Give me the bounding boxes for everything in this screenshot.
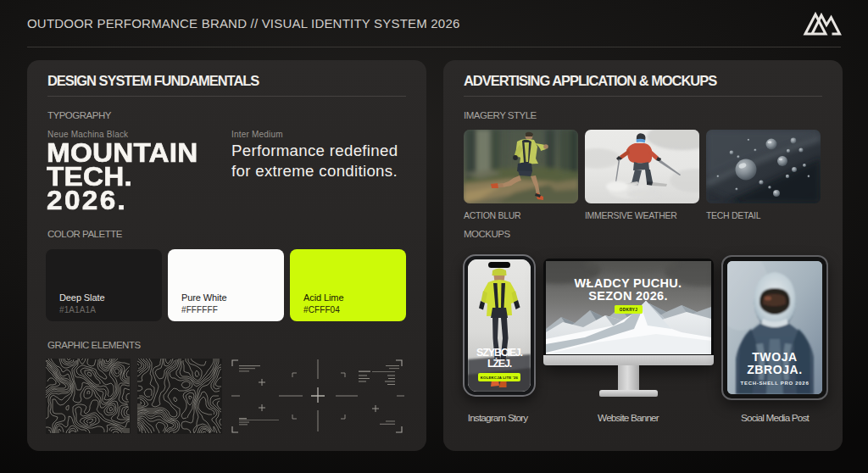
svg-text:SZYBCIEJ.: SZYBCIEJ. bbox=[476, 347, 523, 359]
svg-text:WŁADCY PUCHU.: WŁADCY PUCHU. bbox=[575, 276, 682, 290]
svg-text:TECH-SHELL PRO 2026: TECH-SHELL PRO 2026 bbox=[741, 381, 810, 386]
svg-text:ODKRYJ: ODKRYJ bbox=[620, 308, 637, 312]
svg-text:TWOJA: TWOJA bbox=[752, 350, 798, 364]
svg-text:SEZON 2026.: SEZON 2026. bbox=[588, 289, 668, 303]
svg-text:LŻEJ.: LŻEJ. bbox=[487, 357, 512, 370]
svg-text:KOLEKCJA LITE '26: KOLEKCJA LITE '26 bbox=[481, 376, 519, 380]
svg-text:ZBROJA.: ZBROJA. bbox=[747, 363, 803, 376]
